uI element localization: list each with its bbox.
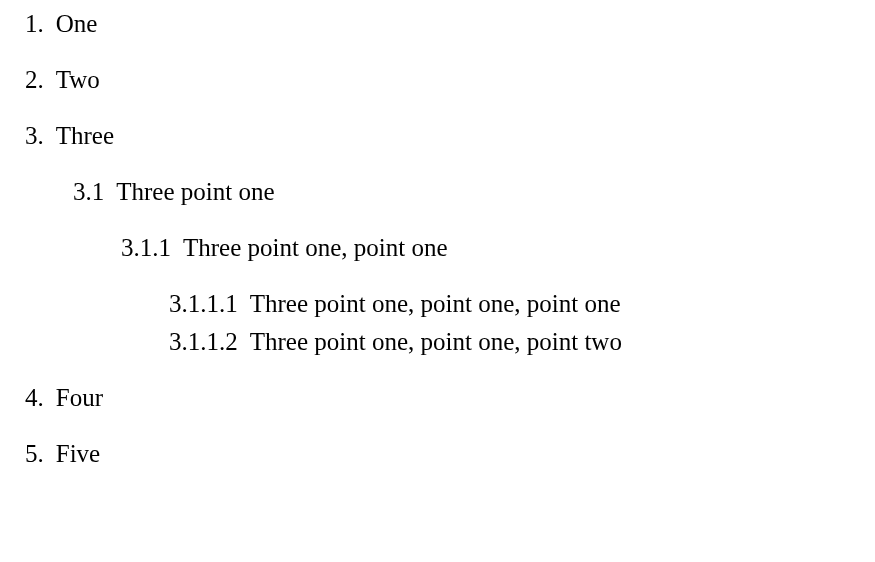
list-text: Two (56, 66, 100, 94)
list-number: 3.1.1.1 (169, 290, 238, 318)
list-text: Three point one, point one (183, 234, 448, 262)
list-number: 5 (25, 440, 44, 468)
list-number: 4 (25, 384, 44, 412)
list-text: One (56, 10, 98, 38)
list-item: 5 Five (25, 440, 850, 468)
list-number: 3.1.1 (121, 234, 171, 262)
list-number: 2 (25, 66, 44, 94)
list-number: 1 (25, 10, 44, 38)
list-text: Five (56, 440, 100, 468)
list-text: Three (56, 122, 114, 150)
list-number: 3.1.1.2 (169, 328, 238, 356)
list-item: 1 One (25, 10, 850, 38)
enumerated-list: 1 One 2 Two 3 Three 3.1 Three point one … (25, 10, 850, 468)
list-text: Three point one, point one, point two (250, 328, 622, 356)
list-item: 3.1.1.1 Three point one, point one, poin… (169, 290, 850, 318)
list-text: Three point one (116, 178, 274, 206)
list-number: 3 (25, 122, 44, 150)
list-text: Four (56, 384, 103, 412)
list-item: 3.1.1.2 Three point one, point one, poin… (169, 328, 850, 356)
list-item: 3 Three (25, 122, 850, 150)
list-item: 3.1.1 Three point one, point one (121, 234, 850, 262)
list-item: 4 Four (25, 384, 850, 412)
list-text: Three point one, point one, point one (250, 290, 621, 318)
nested-group: 3.1 Three point one 3.1.1 Three point on… (25, 178, 850, 356)
list-number: 3.1 (73, 178, 104, 206)
list-item: 3.1 Three point one (73, 178, 850, 206)
list-item: 2 Two (25, 66, 850, 94)
